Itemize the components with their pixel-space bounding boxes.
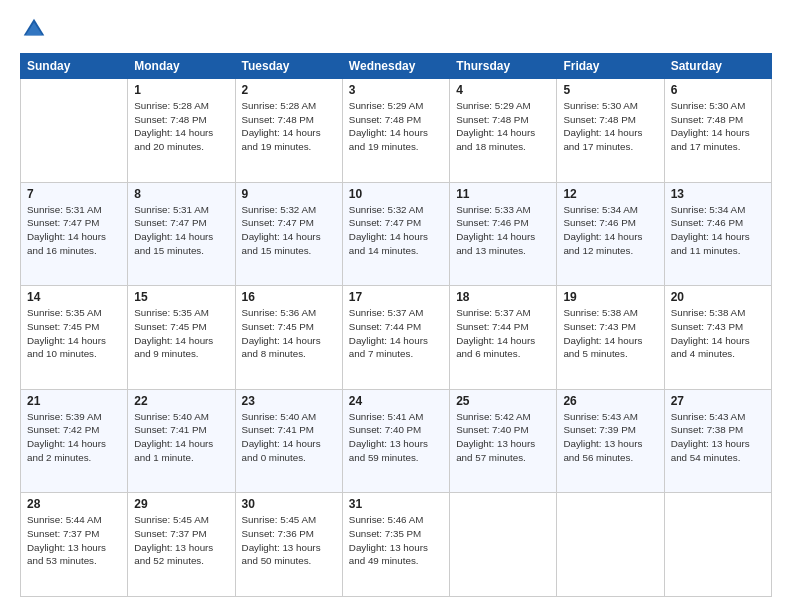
table-row: 19Sunrise: 5:38 AM Sunset: 7:43 PM Dayli… (557, 286, 664, 390)
day-number: 20 (671, 290, 765, 304)
day-number: 21 (27, 394, 121, 408)
table-row: 24Sunrise: 5:41 AM Sunset: 7:40 PM Dayli… (342, 389, 449, 493)
calendar-week-4: 28Sunrise: 5:44 AM Sunset: 7:37 PM Dayli… (21, 493, 772, 597)
table-row: 20Sunrise: 5:38 AM Sunset: 7:43 PM Dayli… (664, 286, 771, 390)
table-row: 28Sunrise: 5:44 AM Sunset: 7:37 PM Dayli… (21, 493, 128, 597)
day-info: Sunrise: 5:38 AM Sunset: 7:43 PM Dayligh… (563, 306, 657, 361)
table-row: 17Sunrise: 5:37 AM Sunset: 7:44 PM Dayli… (342, 286, 449, 390)
day-info: Sunrise: 5:35 AM Sunset: 7:45 PM Dayligh… (27, 306, 121, 361)
day-number: 28 (27, 497, 121, 511)
table-row: 3Sunrise: 5:29 AM Sunset: 7:48 PM Daylig… (342, 79, 449, 183)
day-number: 14 (27, 290, 121, 304)
header (20, 15, 772, 43)
table-row: 15Sunrise: 5:35 AM Sunset: 7:45 PM Dayli… (128, 286, 235, 390)
table-row: 5Sunrise: 5:30 AM Sunset: 7:48 PM Daylig… (557, 79, 664, 183)
day-number: 1 (134, 83, 228, 97)
day-number: 19 (563, 290, 657, 304)
day-info: Sunrise: 5:28 AM Sunset: 7:48 PM Dayligh… (134, 99, 228, 154)
day-number: 22 (134, 394, 228, 408)
table-row: 7Sunrise: 5:31 AM Sunset: 7:47 PM Daylig… (21, 182, 128, 286)
table-row: 30Sunrise: 5:45 AM Sunset: 7:36 PM Dayli… (235, 493, 342, 597)
calendar-week-0: 1Sunrise: 5:28 AM Sunset: 7:48 PM Daylig… (21, 79, 772, 183)
day-number: 25 (456, 394, 550, 408)
day-info: Sunrise: 5:34 AM Sunset: 7:46 PM Dayligh… (671, 203, 765, 258)
table-row: 10Sunrise: 5:32 AM Sunset: 7:47 PM Dayli… (342, 182, 449, 286)
table-row: 8Sunrise: 5:31 AM Sunset: 7:47 PM Daylig… (128, 182, 235, 286)
table-row: 4Sunrise: 5:29 AM Sunset: 7:48 PM Daylig… (450, 79, 557, 183)
day-info: Sunrise: 5:45 AM Sunset: 7:36 PM Dayligh… (242, 513, 336, 568)
day-info: Sunrise: 5:46 AM Sunset: 7:35 PM Dayligh… (349, 513, 443, 568)
table-row: 14Sunrise: 5:35 AM Sunset: 7:45 PM Dayli… (21, 286, 128, 390)
day-info: Sunrise: 5:34 AM Sunset: 7:46 PM Dayligh… (563, 203, 657, 258)
table-row: 18Sunrise: 5:37 AM Sunset: 7:44 PM Dayli… (450, 286, 557, 390)
day-info: Sunrise: 5:32 AM Sunset: 7:47 PM Dayligh… (349, 203, 443, 258)
table-row: 22Sunrise: 5:40 AM Sunset: 7:41 PM Dayli… (128, 389, 235, 493)
day-number: 13 (671, 187, 765, 201)
calendar-table: Sunday Monday Tuesday Wednesday Thursday… (20, 53, 772, 597)
day-info: Sunrise: 5:32 AM Sunset: 7:47 PM Dayligh… (242, 203, 336, 258)
day-info: Sunrise: 5:30 AM Sunset: 7:48 PM Dayligh… (671, 99, 765, 154)
day-info: Sunrise: 5:45 AM Sunset: 7:37 PM Dayligh… (134, 513, 228, 568)
table-row: 11Sunrise: 5:33 AM Sunset: 7:46 PM Dayli… (450, 182, 557, 286)
day-number: 6 (671, 83, 765, 97)
col-monday: Monday (128, 54, 235, 79)
table-row: 12Sunrise: 5:34 AM Sunset: 7:46 PM Dayli… (557, 182, 664, 286)
calendar-header-row: Sunday Monday Tuesday Wednesday Thursday… (21, 54, 772, 79)
col-tuesday: Tuesday (235, 54, 342, 79)
calendar-week-2: 14Sunrise: 5:35 AM Sunset: 7:45 PM Dayli… (21, 286, 772, 390)
day-number: 26 (563, 394, 657, 408)
day-number: 9 (242, 187, 336, 201)
day-number: 10 (349, 187, 443, 201)
logo-icon (20, 15, 48, 43)
table-row: 23Sunrise: 5:40 AM Sunset: 7:41 PM Dayli… (235, 389, 342, 493)
table-row: 29Sunrise: 5:45 AM Sunset: 7:37 PM Dayli… (128, 493, 235, 597)
logo (20, 15, 52, 43)
col-friday: Friday (557, 54, 664, 79)
day-info: Sunrise: 5:43 AM Sunset: 7:39 PM Dayligh… (563, 410, 657, 465)
col-saturday: Saturday (664, 54, 771, 79)
table-row: 21Sunrise: 5:39 AM Sunset: 7:42 PM Dayli… (21, 389, 128, 493)
day-info: Sunrise: 5:37 AM Sunset: 7:44 PM Dayligh… (456, 306, 550, 361)
day-info: Sunrise: 5:30 AM Sunset: 7:48 PM Dayligh… (563, 99, 657, 154)
calendar-week-1: 7Sunrise: 5:31 AM Sunset: 7:47 PM Daylig… (21, 182, 772, 286)
day-number: 18 (456, 290, 550, 304)
day-info: Sunrise: 5:43 AM Sunset: 7:38 PM Dayligh… (671, 410, 765, 465)
day-number: 12 (563, 187, 657, 201)
day-info: Sunrise: 5:33 AM Sunset: 7:46 PM Dayligh… (456, 203, 550, 258)
day-info: Sunrise: 5:38 AM Sunset: 7:43 PM Dayligh… (671, 306, 765, 361)
col-thursday: Thursday (450, 54, 557, 79)
day-number: 23 (242, 394, 336, 408)
day-info: Sunrise: 5:29 AM Sunset: 7:48 PM Dayligh… (456, 99, 550, 154)
day-number: 15 (134, 290, 228, 304)
day-info: Sunrise: 5:40 AM Sunset: 7:41 PM Dayligh… (242, 410, 336, 465)
day-info: Sunrise: 5:31 AM Sunset: 7:47 PM Dayligh… (134, 203, 228, 258)
day-info: Sunrise: 5:40 AM Sunset: 7:41 PM Dayligh… (134, 410, 228, 465)
table-row: 6Sunrise: 5:30 AM Sunset: 7:48 PM Daylig… (664, 79, 771, 183)
table-row: 13Sunrise: 5:34 AM Sunset: 7:46 PM Dayli… (664, 182, 771, 286)
day-number: 8 (134, 187, 228, 201)
day-info: Sunrise: 5:36 AM Sunset: 7:45 PM Dayligh… (242, 306, 336, 361)
col-wednesday: Wednesday (342, 54, 449, 79)
table-row: 25Sunrise: 5:42 AM Sunset: 7:40 PM Dayli… (450, 389, 557, 493)
page: Sunday Monday Tuesday Wednesday Thursday… (0, 0, 792, 612)
calendar-week-3: 21Sunrise: 5:39 AM Sunset: 7:42 PM Dayli… (21, 389, 772, 493)
day-number: 29 (134, 497, 228, 511)
table-row (557, 493, 664, 597)
day-number: 27 (671, 394, 765, 408)
day-info: Sunrise: 5:44 AM Sunset: 7:37 PM Dayligh… (27, 513, 121, 568)
day-info: Sunrise: 5:39 AM Sunset: 7:42 PM Dayligh… (27, 410, 121, 465)
table-row: 16Sunrise: 5:36 AM Sunset: 7:45 PM Dayli… (235, 286, 342, 390)
table-row: 9Sunrise: 5:32 AM Sunset: 7:47 PM Daylig… (235, 182, 342, 286)
table-row (21, 79, 128, 183)
day-number: 4 (456, 83, 550, 97)
day-info: Sunrise: 5:28 AM Sunset: 7:48 PM Dayligh… (242, 99, 336, 154)
day-info: Sunrise: 5:42 AM Sunset: 7:40 PM Dayligh… (456, 410, 550, 465)
day-info: Sunrise: 5:31 AM Sunset: 7:47 PM Dayligh… (27, 203, 121, 258)
table-row (450, 493, 557, 597)
table-row: 2Sunrise: 5:28 AM Sunset: 7:48 PM Daylig… (235, 79, 342, 183)
day-number: 31 (349, 497, 443, 511)
day-info: Sunrise: 5:41 AM Sunset: 7:40 PM Dayligh… (349, 410, 443, 465)
day-number: 16 (242, 290, 336, 304)
day-info: Sunrise: 5:37 AM Sunset: 7:44 PM Dayligh… (349, 306, 443, 361)
day-number: 24 (349, 394, 443, 408)
